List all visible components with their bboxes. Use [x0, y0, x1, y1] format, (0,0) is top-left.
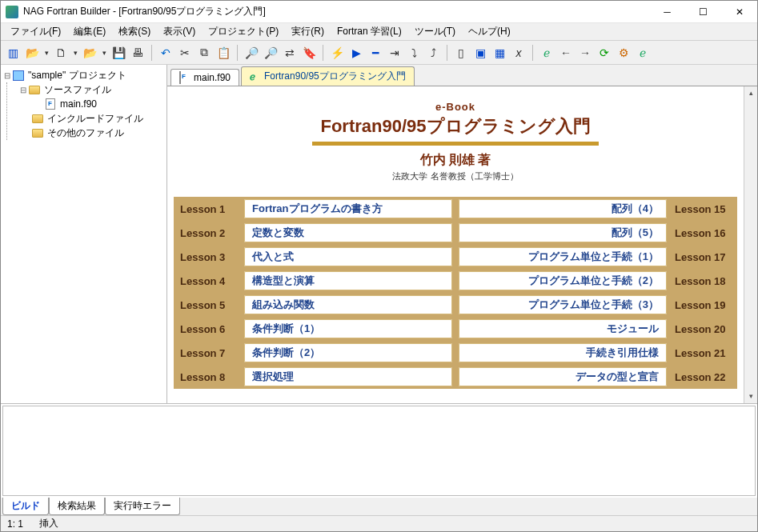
project-tree[interactable]: ⊟ "sample" プロジェクト ⊟ ソースファイル main.f90 インク…	[1, 65, 167, 403]
maximize-button[interactable]: ☐	[685, 1, 721, 23]
lesson-row: プログラム単位と手続（2）Lesson 18	[455, 269, 737, 293]
tab-label: Fortran90/95プログラミング入門	[264, 70, 406, 83]
lesson-link[interactable]: 選択処理	[244, 367, 452, 386]
lesson-link[interactable]: Fortranプログラムの書き方	[244, 199, 452, 218]
collapse-icon[interactable]: ⊟	[18, 86, 28, 94]
paste-icon[interactable]: 📋	[215, 44, 232, 62]
close-button[interactable]: ✕	[721, 1, 757, 23]
block-icon[interactable]: ▣	[471, 44, 489, 62]
tree-source-folder[interactable]: ⊟ ソースファイル	[7, 82, 165, 97]
vertical-scrollbar[interactable]: ▴ ▾	[744, 86, 757, 403]
lesson-link[interactable]: 条件判断（1）	[244, 319, 452, 338]
lesson-link[interactable]: 構造型と演算	[244, 271, 452, 290]
menu-learn[interactable]: Fortran 学習(L)	[331, 23, 408, 40]
output-panel: ビルド 検索結果 実行時エラー	[1, 403, 757, 515]
tab-main-f90[interactable]: main.f90	[170, 69, 239, 86]
tree-include-folder[interactable]: インクルードファイル	[7, 111, 165, 126]
cut-icon[interactable]: ✂	[176, 44, 194, 62]
forward-icon[interactable]: →	[576, 44, 594, 62]
lesson-link[interactable]: プログラム単位と手続（1）	[459, 247, 667, 266]
tree-project-root[interactable]: ⊟ "sample" プロジェクト	[2, 68, 165, 82]
find-icon[interactable]: 🔎	[243, 44, 260, 62]
folder-icon	[28, 84, 41, 95]
lesson-row: Lesson 6条件判断（1）	[174, 317, 455, 341]
lesson-link[interactable]: 組み込み関数	[244, 295, 452, 314]
back-icon[interactable]: ←	[557, 44, 575, 62]
lesson-link[interactable]: 手続き引用仕様	[459, 343, 667, 362]
help-world-icon[interactable]: ℯ	[634, 44, 652, 62]
lesson-link[interactable]: 配列（5）	[459, 223, 667, 242]
dropdown-icon[interactable]: ▾	[100, 44, 108, 62]
lesson-row: 手続き引用仕様Lesson 21	[455, 341, 737, 365]
lesson-number: Lesson 22	[670, 365, 737, 389]
block2-icon[interactable]: ▦	[491, 44, 508, 62]
dropdown-icon[interactable]: ▾	[71, 44, 79, 62]
new-file-icon[interactable]: 🗋	[52, 44, 70, 62]
lesson-number: Lesson 3	[174, 245, 241, 269]
lesson-number: Lesson 21	[670, 341, 737, 365]
ebook-affiliation: 法政大学 名誉教授（工学博士）	[174, 170, 737, 182]
settings-icon[interactable]: ⚙	[615, 44, 632, 62]
lesson-row: Lesson 3代入と式	[174, 245, 455, 269]
build-icon[interactable]: ⚡	[328, 44, 346, 62]
dropdown-icon[interactable]: ▾	[42, 44, 50, 62]
menu-file[interactable]: ファイル(F)	[4, 23, 67, 40]
ebook-icon: ℯ	[250, 71, 261, 82]
find-next-icon[interactable]: 🔎	[262, 44, 279, 62]
save-icon[interactable]: 💾	[110, 44, 127, 62]
menu-run[interactable]: 実行(R)	[285, 23, 331, 40]
lesson-link[interactable]: モジュール	[459, 319, 667, 338]
open-project-icon[interactable]: 📂	[23, 44, 41, 62]
lesson-number: Lesson 18	[670, 269, 737, 293]
scroll-up-icon[interactable]: ▴	[744, 86, 757, 100]
copy-icon[interactable]: ⧉	[195, 44, 213, 62]
stop-icon[interactable]: ━	[367, 44, 384, 62]
var-icon[interactable]: x	[510, 44, 527, 62]
module-icon[interactable]: ▯	[452, 44, 470, 62]
lesson-column-right: 配列（4）Lesson 15配列（5）Lesson 16プログラム単位と手続（1…	[455, 197, 737, 389]
refresh-icon[interactable]: ⟳	[596, 44, 613, 62]
scroll-down-icon[interactable]: ▾	[744, 390, 757, 403]
bookmark-icon[interactable]: 🔖	[300, 44, 318, 62]
menu-edit[interactable]: 編集(E)	[67, 23, 112, 40]
ebook-viewer[interactable]: e-Book Fortran90/95プログラミング入門 竹内 則雄 著 法政大…	[167, 86, 744, 403]
step-icon[interactable]: ⇥	[386, 44, 403, 62]
minimize-button[interactable]: ─	[649, 1, 685, 23]
lesson-link[interactable]: 定数と変数	[244, 223, 452, 242]
lesson-link[interactable]: 代入と式	[244, 247, 452, 266]
lesson-row: Lesson 4構造型と演算	[174, 269, 455, 293]
step-over-icon[interactable]: ⤵	[405, 44, 423, 62]
open-file-icon[interactable]: 📂	[81, 44, 98, 62]
lesson-number: Lesson 17	[670, 245, 737, 269]
lesson-link[interactable]: プログラム単位と手続（3）	[459, 295, 667, 314]
lesson-number: Lesson 2	[174, 221, 241, 245]
lesson-link[interactable]: データの型と宣言	[459, 367, 667, 386]
collapse-icon[interactable]: ⊟	[2, 71, 12, 80]
lesson-row: Lesson 7条件判断（2）	[174, 341, 455, 365]
lesson-number: Lesson 5	[174, 293, 241, 317]
tree-label: その他のファイル	[47, 126, 124, 140]
menu-help[interactable]: ヘルプ(H)	[462, 23, 517, 40]
lesson-link[interactable]: プログラム単位と手続（2）	[459, 271, 667, 290]
tab-runtime-errors[interactable]: 実行時エラー	[105, 498, 180, 515]
output-body[interactable]	[2, 406, 756, 496]
menu-search[interactable]: 検索(S)	[112, 23, 157, 40]
tree-other-folder[interactable]: その他のファイル	[7, 126, 165, 140]
new-project-icon[interactable]: ▥	[4, 44, 22, 62]
lesson-link[interactable]: 条件判断（2）	[244, 343, 452, 362]
tab-build[interactable]: ビルド	[2, 498, 49, 515]
replace-icon[interactable]: ⇄	[281, 44, 299, 62]
menu-project[interactable]: プロジェクト(P)	[202, 23, 285, 40]
tree-file-main[interactable]: main.f90	[7, 97, 165, 111]
print-icon[interactable]: 🖶	[129, 44, 146, 62]
lesson-link[interactable]: 配列（4）	[459, 199, 667, 218]
step-out-icon[interactable]: ⤴	[424, 44, 442, 62]
app-icon	[6, 6, 18, 18]
menu-tools[interactable]: ツール(T)	[408, 23, 462, 40]
menu-view[interactable]: 表示(V)	[157, 23, 202, 40]
tab-ebook[interactable]: ℯ Fortran90/95プログラミング入門	[241, 66, 415, 86]
world-icon[interactable]: ℯ	[538, 44, 555, 62]
tab-search-results[interactable]: 検索結果	[49, 498, 105, 515]
undo-icon[interactable]: ↶	[157, 44, 174, 62]
run-icon[interactable]: ▶	[347, 44, 365, 62]
